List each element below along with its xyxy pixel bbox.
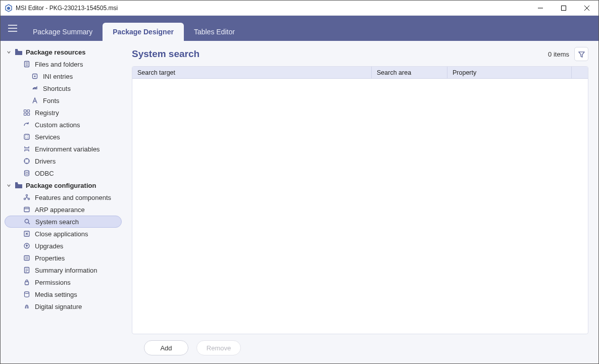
sidebar-item-features[interactable]: Features and components (5, 191, 122, 203)
window-icon (23, 205, 31, 214)
tree-item-label: Registry (35, 109, 59, 117)
chevron-down-icon (7, 183, 12, 188)
svg-rect-31 (24, 207, 29, 212)
sidebar-item-env-variables[interactable]: Environment variables (5, 143, 122, 155)
tree-section-config[interactable]: Package configuration (3, 179, 124, 191)
svg-marker-1 (7, 7, 10, 10)
sidebar-item-registry[interactable]: Registry (5, 107, 122, 119)
sidebar-item-fonts[interactable]: Fonts (5, 94, 122, 107)
sidebar-item-drivers[interactable]: Drivers (5, 155, 122, 167)
main-area: Package resources Files and folders INI … (1, 41, 598, 363)
custom-action-icon (23, 121, 31, 129)
chevron-down-icon (7, 50, 12, 55)
sidebar-item-files-and-folders[interactable]: Files and folders (5, 58, 122, 70)
lock-icon (23, 278, 31, 286)
svg-point-33 (25, 219, 28, 223)
svg-rect-3 (562, 6, 566, 10)
svg-rect-18 (24, 113, 27, 116)
svg-point-15 (34, 75, 35, 77)
shortcut-icon (31, 84, 39, 92)
tree-item-label: Digital signature (35, 303, 82, 310)
sidebar-item-summary-info[interactable]: Summary information (5, 264, 122, 276)
tree-children-config: Features and components ARP appearance S… (3, 191, 124, 313)
sidebar-item-close-apps[interactable]: Close applications (5, 228, 122, 240)
tab-package-designer[interactable]: Package Designer (103, 23, 184, 41)
components-icon (23, 193, 31, 201)
tree-item-label: System search (35, 218, 79, 226)
maximize-button[interactable] (552, 1, 575, 15)
svg-point-24 (27, 137, 28, 138)
add-button[interactable]: Add (144, 340, 188, 355)
svg-point-22 (27, 135, 28, 136)
close-button[interactable] (575, 1, 598, 15)
sidebar-item-ini-entries[interactable]: INI entries (5, 70, 122, 82)
col-property[interactable]: Property (447, 67, 572, 78)
sidebar-item-system-search[interactable]: System search (5, 216, 122, 228)
svg-point-23 (25, 137, 26, 138)
tree-item-label: ODBC (35, 170, 54, 177)
sidebar-item-arp[interactable]: ARP appearance (5, 203, 122, 216)
tree-item-label: Media settings (35, 291, 77, 298)
svg-rect-46 (25, 282, 29, 285)
svg-rect-20 (24, 134, 29, 139)
tree-section-resources[interactable]: Package resources (3, 46, 124, 58)
tab-tables-editor[interactable]: Tables Editor (184, 23, 245, 41)
remove-button: Remove (196, 340, 241, 355)
tree-item-label: Custom actions (35, 121, 80, 129)
svg-rect-9 (15, 49, 18, 50)
tree-item-label: Fonts (43, 97, 60, 105)
footer-actions: Add Remove (132, 334, 588, 355)
window-title: MSI Editor - PKG-230213-154505.msi (16, 5, 529, 12)
item-count: 0 items (548, 50, 569, 58)
table-header: Search target Search area Property (132, 67, 588, 79)
sidebar-item-shortcuts[interactable]: Shortcuts (5, 82, 122, 94)
folder-icon (15, 48, 23, 56)
filter-button[interactable] (574, 47, 588, 61)
tree-item-label: Environment variables (35, 145, 100, 153)
svg-rect-39 (24, 256, 29, 261)
menu-button[interactable] (3, 16, 23, 41)
sidebar-item-services[interactable]: Services (5, 131, 122, 143)
tree-item-label: ARP appearance (35, 206, 85, 214)
tree-item-label: Shortcuts (43, 85, 71, 92)
title-bar: MSI Editor - PKG-230213-154505.msi (1, 1, 598, 16)
env-icon (23, 145, 31, 153)
nav-tabs: Package Summary Package Designer Tables … (23, 16, 245, 41)
svg-line-34 (28, 223, 30, 224)
minimize-button[interactable] (529, 1, 552, 15)
sidebar-item-permissions[interactable]: Permissions (5, 276, 122, 288)
folder-icon (15, 181, 23, 189)
svg-rect-19 (27, 113, 30, 116)
table-body (132, 79, 588, 334)
sidebar: Package resources Files and folders INI … (1, 41, 126, 363)
fingerprint-icon (23, 302, 31, 310)
tree-section-label: Package resources (26, 48, 86, 56)
search-icon (23, 218, 31, 226)
tree-section-label: Package configuration (26, 182, 96, 189)
app-window: MSI Editor - PKG-230213-154505.msi Packa… (0, 0, 599, 364)
tree-item-label: Upgrades (35, 242, 63, 250)
tree-item-label: Services (35, 133, 60, 141)
document-icon (23, 60, 31, 68)
close-apps-icon (23, 230, 31, 238)
svg-rect-16 (24, 110, 27, 113)
tab-package-summary[interactable]: Package Summary (23, 23, 103, 41)
upgrades-icon (23, 242, 31, 250)
top-ribbon: Package Summary Package Designer Tables … (1, 16, 598, 41)
col-search-area[interactable]: Search area (372, 67, 447, 78)
page-title: System search (132, 48, 199, 60)
content-header: System search 0 items (132, 47, 588, 61)
filter-icon (578, 50, 585, 58)
sidebar-item-upgrades[interactable]: Upgrades (5, 240, 122, 252)
col-search-target[interactable]: Search target (132, 67, 372, 78)
sidebar-item-odbc[interactable]: ODBC (5, 167, 122, 179)
sidebar-item-properties[interactable]: Properties (5, 252, 122, 264)
header-right: 0 items (548, 47, 588, 61)
sidebar-item-media[interactable]: Media settings (5, 288, 122, 300)
window-controls (529, 1, 598, 15)
results-table: Search target Search area Property (132, 66, 588, 334)
media-icon (23, 290, 31, 298)
sidebar-item-digital-signature[interactable]: Digital signature (5, 300, 122, 313)
sidebar-item-custom-actions[interactable]: Custom actions (5, 119, 122, 131)
services-icon (23, 133, 31, 141)
